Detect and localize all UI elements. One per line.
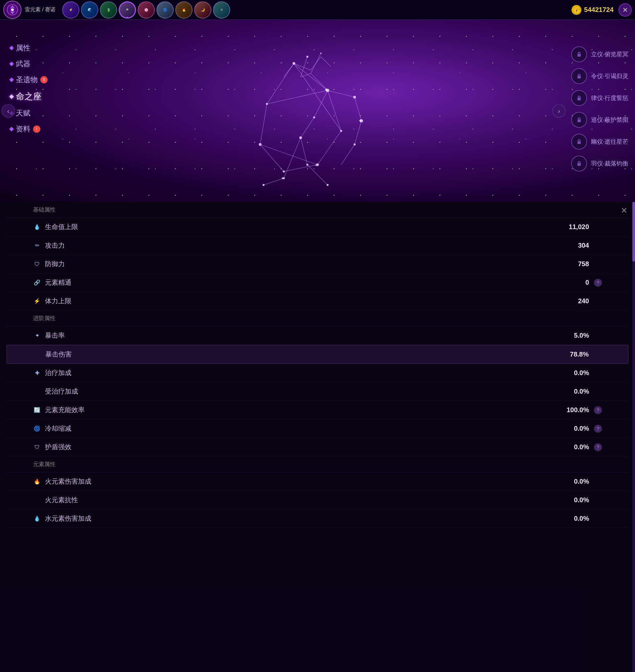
char-avatar-7[interactable]: 🔥: [175, 1, 193, 19]
const-node-2[interactable]: 令仪·引谒归灵: [571, 68, 628, 84]
const-node-label-6: 羽仪·裁落钧衡: [591, 160, 628, 168]
lock-icon-1: [571, 46, 587, 62]
nav-item-4[interactable]: 天赋: [10, 108, 48, 118]
svg-line-17: [354, 97, 361, 121]
svg-point-34: [283, 170, 285, 172]
svg-rect-57: [577, 163, 581, 166]
stat-icon-1-4: 🔄: [33, 406, 41, 414]
stat-icon-2-2: 💧: [33, 515, 41, 523]
char-avatar-9[interactable]: ❄: [213, 1, 230, 19]
stat-name-0-2: 防御力: [45, 259, 549, 269]
const-node-label-2: 令仪·引谒归灵: [591, 72, 628, 80]
stat-help-1-4[interactable]: ?: [594, 406, 602, 414]
stat-name-0-0: 生命值上限: [45, 223, 549, 231]
stat-icon-0-4: ⚡: [33, 297, 41, 305]
svg-text:✦: ✦: [281, 176, 284, 180]
nav-diamond-5: [9, 127, 14, 131]
nav-item-2[interactable]: 圣遗物5: [10, 75, 48, 85]
stat-value-0-3: 0: [549, 279, 589, 286]
svg-point-42: [313, 117, 315, 119]
const-node-4[interactable]: 巡仪·蔽护禁囹: [571, 112, 628, 128]
stat-icon-2-0: 🔥: [33, 478, 41, 486]
const-node-6[interactable]: 羽仪·裁落钧衡: [571, 155, 628, 171]
svg-point-35: [259, 143, 262, 146]
svg-point-46: [306, 164, 308, 166]
nav-diamond-1: [9, 62, 14, 66]
svg-point-32: [340, 130, 342, 132]
char-avatar-5[interactable]: 🌸: [137, 1, 155, 19]
stat-value-0-2: 758: [549, 260, 589, 268]
stat-help-0-3[interactable]: ?: [594, 279, 602, 287]
svg-line-4: [318, 131, 341, 165]
const-node-label-1: 立仪·俯览星冥: [591, 50, 628, 58]
svg-text:✦: ✦: [324, 87, 328, 93]
nav-item-0[interactable]: 属性: [10, 43, 48, 53]
nav-item-1[interactable]: 武器: [10, 59, 48, 69]
char-avatar-4[interactable]: 🌩: [119, 1, 136, 19]
svg-line-10: [267, 90, 328, 104]
stat-row-1-6: 🛡护盾强效0.0%?: [7, 438, 628, 457]
section-title-2: 元素属性: [7, 457, 628, 472]
stat-icon-1-3: [33, 387, 41, 396]
nav-label-4: 天赋: [16, 108, 30, 118]
svg-line-20: [314, 90, 328, 118]
stat-value-0-0: 11,020: [549, 223, 589, 231]
svg-point-30: [293, 62, 295, 65]
stat-row-0-3: 🔗元素精通0?: [7, 273, 628, 292]
char-avatar-1[interactable]: ⚡: [62, 1, 79, 19]
lock-icon-4: [571, 112, 587, 128]
lock-icon-6: [571, 155, 587, 171]
char-avatar-3[interactable]: 🍃: [100, 1, 117, 19]
svg-line-25: [307, 165, 327, 185]
nav-diamond-2: [9, 78, 14, 82]
svg-point-37: [306, 56, 308, 58]
stat-value-1-5: 0.0%: [549, 425, 589, 432]
const-node-label-5: 幽仪·逝往星芒: [591, 138, 628, 146]
const-node-3[interactable]: 律仪·行度誓惩: [571, 90, 628, 106]
constellation-svg: ✦ ✦ ✦ ✦: [83, 37, 552, 202]
scroll-bar[interactable]: [632, 202, 635, 672]
stat-help-1-6[interactable]: ?: [594, 443, 602, 451]
constellation-area: ✦ ✦ ✦ ✦: [83, 37, 552, 202]
stat-value-1-3: 0.0%: [549, 387, 589, 395]
char-avatar-6[interactable]: 🌀: [156, 1, 174, 19]
nav-label-1: 武器: [16, 59, 30, 69]
char-avatar-8[interactable]: 🌙: [194, 1, 211, 19]
stat-icon-1-5: 🌀: [33, 425, 41, 433]
currency-icon: 💰: [571, 5, 582, 15]
stat-value-0-1: 304: [549, 241, 589, 249]
stat-value-1-4: 100.0%: [549, 406, 589, 414]
svg-line-28: [311, 57, 321, 70]
currency-area: 💰 54421724: [571, 5, 613, 15]
prev-arrow[interactable]: ‹: [2, 104, 15, 118]
stat-name-1-0: 暴击率: [45, 331, 549, 340]
close-button[interactable]: ✕: [618, 3, 632, 17]
nav-label-2: 圣遗物: [16, 75, 38, 85]
svg-text:✦: ✦: [358, 119, 362, 123]
stat-name-0-3: 元素精通: [45, 278, 549, 287]
char-avatar-2[interactable]: 🌊: [81, 1, 98, 19]
stat-row-0-1: ✏攻击力304: [7, 236, 628, 255]
next-arrow[interactable]: ›: [552, 104, 566, 118]
stat-value-1-2: 0.0%: [549, 369, 589, 377]
stat-row-1-3: 受治疗加成0.0%: [7, 382, 628, 401]
nav-item-5[interactable]: 资料!: [10, 124, 48, 134]
stat-row-1-0: ✦暴击率5.0%: [7, 327, 628, 345]
svg-point-47: [327, 184, 329, 186]
svg-point-45: [263, 184, 265, 186]
const-node-1[interactable]: 立仪·俯览星冥: [571, 46, 628, 62]
upper-area: 属性武器圣遗物5命之座天赋资料!: [0, 20, 635, 202]
svg-rect-54: [577, 98, 581, 100]
section-title-0: 基础属性: [7, 202, 628, 218]
stat-icon-1-6: 🛡: [33, 443, 41, 451]
stat-name-1-1: 暴击伤害: [45, 350, 549, 359]
const-node-5[interactable]: 幽仪·逝往星芒: [571, 134, 628, 150]
stat-icon-0-2: 🛡: [33, 260, 41, 268]
const-node-label-3: 律仪·行度誓惩: [591, 94, 628, 102]
nav-item-3[interactable]: 命之座: [10, 91, 48, 102]
svg-rect-52: [577, 54, 581, 57]
stat-help-1-5[interactable]: ?: [594, 425, 602, 433]
svg-line-3: [328, 90, 341, 131]
svg-point-36: [266, 103, 268, 105]
panel-close-button[interactable]: ✕: [618, 205, 630, 216]
